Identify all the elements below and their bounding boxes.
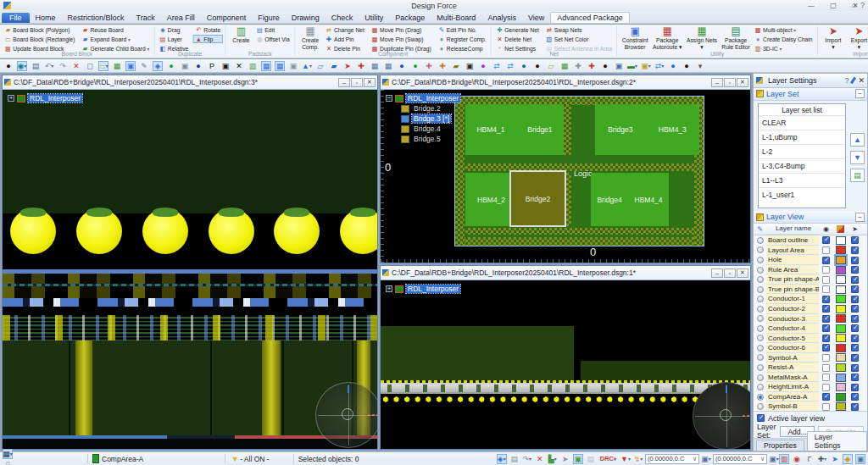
comp-gray-icon[interactable]: ✚ ▾ [573, 61, 583, 71]
layer-name[interactable]: Conductor-5 [766, 334, 819, 344]
active-layer-radio[interactable] [757, 345, 764, 352]
active-layer-radio[interactable] [757, 257, 764, 263]
redo-icon[interactable]: ↷ ▾ [58, 61, 68, 71]
undo-icon[interactable]: ↶ ▾ [44, 61, 54, 71]
layer-set-item[interactable]: L-1,uBump [759, 130, 845, 144]
package-rule-editor-button[interactable]: ▤ Package Rule Editor [720, 25, 753, 50]
active-layer-view-checkbox[interactable] [757, 414, 765, 422]
pick-mode-icon[interactable]: ◉ ▾ [17, 61, 27, 71]
layer-name[interactable]: Conductor-4 [766, 324, 819, 334]
layer-color-swatch[interactable] [836, 324, 846, 333]
layer-color-swatch[interactable] [836, 334, 846, 342]
solder-ball[interactable] [274, 208, 320, 254]
visible-checkbox[interactable] [822, 354, 830, 362]
selectable-checkbox[interactable] [851, 276, 859, 284]
filter-red-icon[interactable]: ▼ ▾ [620, 454, 631, 464]
active-layer-radio[interactable] [757, 325, 764, 332]
visible-checkbox[interactable] [822, 305, 830, 313]
move-object-icon[interactable]: ◈ ▾ [153, 61, 163, 71]
Package[interactable]: Package [389, 13, 431, 23]
package-side-view-canvas[interactable]: + RDL_Interposer [381, 280, 750, 449]
display-filter-icon[interactable]: ◈ ▾ [497, 454, 507, 464]
tsv-bar[interactable] [262, 340, 281, 435]
layer-set-list[interactable]: Layer set list CLEAR L-1,uBump L-2 L-3,C… [758, 103, 846, 208]
create-daisy-chain-button[interactable]: ● Create Daisy Chain ▾ [752, 35, 815, 43]
layer-color-swatch[interactable] [836, 383, 846, 391]
sphere-teal-icon[interactable]: ● ▾ [519, 61, 529, 71]
folder-olive-icon[interactable]: ▰ ▾ [451, 61, 461, 71]
display-icon[interactable]: ▣ ▾ [220, 61, 231, 71]
panel-restore-button[interactable]: ▫ [724, 78, 736, 87]
active-layer-radio[interactable] [757, 315, 764, 322]
design-window-2-titlebar[interactable]: C:\DF_Data\RDB+Bridge\RDL_Interposer2025… [381, 75, 750, 90]
layer-name[interactable]: Board outline [766, 235, 819, 246]
help-icon[interactable]: ? [860, 1, 865, 9]
active-layer-radio[interactable] [757, 286, 764, 293]
comp-pink-icon[interactable]: ✚ ▾ [424, 61, 434, 71]
layer-color-swatch[interactable] [836, 275, 846, 284]
save-icon[interactable]: ▤ ▾ [31, 61, 41, 71]
pin-icon[interactable] [850, 77, 856, 84]
layer-color-swatch[interactable] [836, 285, 846, 294]
layer-color-swatch[interactable] [836, 344, 846, 352]
Drawing[interactable]: Drawing [286, 13, 326, 23]
drc-icon[interactable]: DRC ▾ [598, 454, 618, 464]
sphere-black-b-icon[interactable]: ● ▾ [600, 61, 610, 71]
maximize-button[interactable]: ▢ [822, 0, 844, 10]
coord-mode-icon[interactable]: ▣▾ [701, 454, 711, 464]
layer-set-item[interactable]: L-1_user1 [759, 187, 845, 202]
rotate-icon[interactable]: ↷ ▾ [522, 454, 532, 464]
panel-restore-button[interactable]: ▫ [724, 268, 736, 278]
layer-color-swatch[interactable] [836, 295, 846, 303]
move-pin-drag-button[interactable]: ▦ Move Pin (Drag) [369, 25, 433, 34]
sphere-green-icon[interactable]: ● ▾ [166, 61, 176, 71]
selectable-checkbox[interactable] [851, 315, 859, 323]
layer-color-swatch[interactable] [836, 402, 846, 411]
visible-checkbox[interactable] [822, 335, 830, 342]
Layer Settings[interactable]: Layer Settings [807, 431, 867, 451]
folder-icon[interactable]: ▱ ▾ [546, 61, 556, 71]
layer-color-swatch[interactable] [836, 314, 846, 323]
selectable-checkbox[interactable] [851, 236, 859, 244]
layer-view-section-header[interactable]: Layer View − [754, 211, 867, 224]
visible-checkbox[interactable] [822, 296, 830, 303]
die-bridge4-hbm4-4[interactable]: Bridge4 HBM4_4 [591, 173, 669, 226]
view-compass[interactable] [315, 382, 377, 448]
selectable-checkbox[interactable] [851, 324, 859, 332]
view-compass[interactable] [693, 382, 750, 449]
View[interactable]: View [522, 13, 550, 23]
expand-board-button[interactable]: ▰ Expand Board ▾ [80, 35, 152, 43]
substrate-block-left[interactable] [381, 326, 574, 380]
filter-funnel-icon[interactable]: ▼ [230, 454, 240, 464]
layer-name[interactable]: Layout Area [766, 246, 819, 256]
comp-red-b-icon[interactable]: ✚ ▾ [587, 61, 597, 71]
mic-icon[interactable]: ▯ ▾ [3, 459, 13, 465]
cut-red-icon[interactable]: ✕ ▾ [535, 454, 545, 464]
collapse-button[interactable]: − [855, 213, 865, 222]
active-layer-radio[interactable] [757, 384, 764, 390]
lightning-icon[interactable]: ↯ ▾ [633, 454, 643, 464]
overflow-icon[interactable]: ▾ ▾ [695, 61, 705, 71]
visible-checkbox[interactable] [822, 257, 830, 264]
register-comp-button[interactable]: ● Register Comp. [436, 35, 488, 43]
substrate-block-right[interactable] [581, 361, 750, 380]
image-icon[interactable]: ▣ ▾ [288, 61, 298, 71]
layer-name[interactable]: HeightLimit-A [766, 382, 819, 392]
active-layer-radio[interactable] [757, 354, 764, 361]
active-layer-radio[interactable] [757, 374, 764, 381]
panel-restore-button[interactable]: ▫ [351, 78, 363, 87]
sphere-blue-b-icon[interactable]: ● ▾ [668, 61, 678, 71]
solder-ball[interactable] [76, 208, 122, 254]
swap-nets-button[interactable]: ⇄ Swap Nets [543, 25, 615, 34]
layer-color-swatch[interactable] [836, 236, 846, 245]
panel-icon[interactable]: ▣ ▾ [855, 454, 865, 464]
copy-icon[interactable]: ▣ ▾ [614, 61, 624, 71]
filter-state[interactable]: - All ON - [240, 455, 269, 463]
design-window-1-titlebar[interactable]: C:\DF_Data\RDB+Bridge\RDL_Interposer2025… [381, 266, 750, 280]
generate-net-button[interactable]: ✚ Generate Net [494, 25, 542, 34]
Utility[interactable]: Utility [359, 13, 389, 23]
sphere-black-c-icon[interactable]: ● ▾ [682, 61, 692, 71]
File[interactable]: File [2, 13, 30, 23]
active-layer-name[interactable]: CompArea-A [102, 455, 143, 463]
tree-item-rdl-interposer[interactable]: RDL_Interposer [406, 94, 460, 102]
